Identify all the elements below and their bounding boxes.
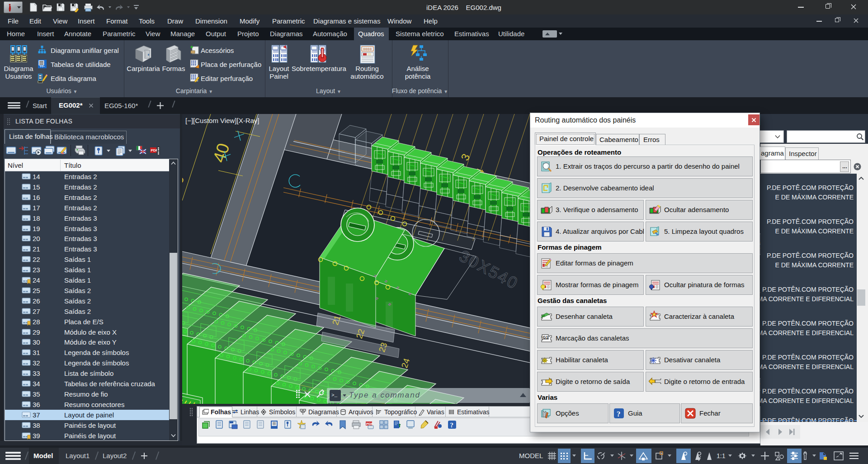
svg-text:PDF: PDF bbox=[366, 422, 373, 426]
svg-text:?: ? bbox=[617, 410, 621, 418]
svg-text:?: ? bbox=[450, 421, 454, 429]
svg-text:G1: G1 bbox=[543, 335, 548, 340]
svg-text:0000: 0000 bbox=[363, 47, 372, 51]
